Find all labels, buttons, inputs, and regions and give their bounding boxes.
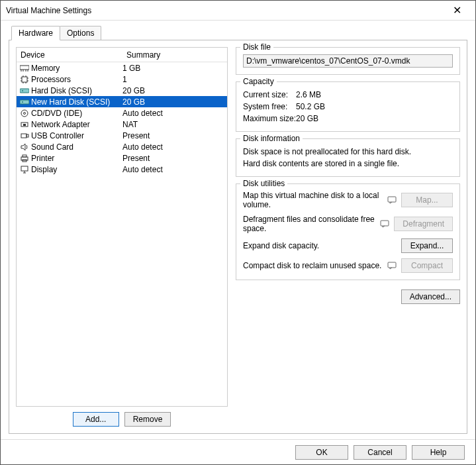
device-row-sound[interactable]: Sound Card Auto detect (17, 141, 227, 152)
right-bottom-buttons: Advanced... (236, 289, 460, 304)
svg-rect-26 (23, 155, 26, 157)
device-summary: 1 GB (122, 64, 227, 73)
defragment-button[interactable]: Defragment (394, 217, 453, 231)
device-label: Display (31, 165, 57, 174)
current-size-value: 2.6 MB (296, 89, 321, 101)
svg-point-18 (21, 110, 28, 117)
right-pane: Disk file Capacity Current size: 2.6 MB … (236, 47, 460, 427)
system-free-value: 50.2 GB (296, 101, 325, 113)
ok-button[interactable]: OK (295, 445, 348, 460)
content-area: Hardware Options Device Summary (1, 21, 475, 439)
util-defrag-row: Defragment files and consolidate free sp… (243, 215, 453, 233)
device-row-hard-disk[interactable]: Hard Disk (SCSI) 20 GB (17, 85, 227, 96)
hard-disk-icon (19, 85, 30, 96)
util-compact-row: Compact disk to reclaim unused space. Co… (243, 258, 453, 273)
util-compact-text: Compact disk to reclaim unused space. (243, 261, 383, 270)
device-row-processors[interactable]: Processors 1 (17, 74, 227, 85)
device-row-cd-dvd[interactable]: CD/DVD (IDE) Auto detect (17, 107, 227, 119)
hard-disk-icon (19, 97, 30, 107)
left-pane: Device Summary Memory 1 GB (16, 47, 228, 427)
tabs: Hardware Options (11, 26, 467, 40)
device-label: USB Controller (31, 131, 84, 140)
device-row-display[interactable]: Display Auto detect (17, 164, 227, 175)
device-list-buttons: Add... Remove (16, 412, 228, 427)
max-size-label: Maximum size: (243, 113, 296, 125)
svg-rect-14 (20, 89, 29, 93)
close-icon[interactable]: ✕ (444, 4, 470, 17)
device-label: Memory (31, 64, 60, 73)
device-summary: 20 GB (122, 86, 227, 95)
info-icon[interactable] (387, 195, 397, 205)
util-map-text: Map this virtual machine disk to a local… (243, 191, 383, 209)
device-label: Network Adapter (31, 120, 90, 129)
device-label: New Hard Disk (SCSI) (31, 97, 110, 107)
capacity-group: Capacity Current size: 2.6 MB System fre… (236, 81, 460, 132)
max-size-value: 20 GB (296, 113, 318, 125)
window-title: Virtual Machine Settings (6, 6, 444, 15)
disk-file-group: Disk file (236, 47, 460, 75)
device-row-new-hard-disk[interactable]: New Hard Disk (SCSI) 20 GB (17, 96, 227, 107)
device-row-network[interactable]: Network Adapter NAT (17, 119, 227, 130)
info-icon[interactable] (387, 261, 397, 270)
disk-info-line2: Hard disk contents are stored in a singl… (243, 158, 453, 170)
svg-rect-31 (388, 197, 396, 202)
svg-rect-32 (381, 221, 389, 226)
svg-rect-28 (21, 166, 28, 171)
disk-info-line1: Disk space is not preallocated for this … (243, 146, 453, 158)
usb-icon (19, 130, 30, 141)
header-summary[interactable]: Summary (122, 50, 227, 60)
disk-info-group: Disk information Disk space is not preal… (236, 138, 460, 177)
footer: OK Cancel Help (1, 439, 475, 464)
svg-point-15 (22, 90, 23, 91)
remove-button[interactable]: Remove (124, 412, 171, 427)
svg-rect-0 (20, 66, 29, 70)
tab-panel: Device Summary Memory 1 GB (9, 40, 467, 434)
svg-rect-16 (20, 100, 29, 104)
util-map-row: Map this virtual machine disk to a local… (243, 191, 453, 209)
device-label: Processors (31, 75, 71, 84)
display-icon (19, 164, 30, 175)
tab-options[interactable]: Options (60, 26, 101, 40)
util-expand-row: Expand disk capacity. Expand... (243, 238, 453, 253)
current-size-label: Current size: (243, 89, 296, 101)
device-label: Sound Card (31, 142, 73, 152)
device-summary: NAT (122, 120, 227, 129)
device-summary: 20 GB (122, 97, 227, 107)
disk-info-legend: Disk information (240, 134, 303, 143)
svg-rect-22 (21, 134, 26, 138)
settings-window: Virtual Machine Settings ✕ Hardware Opti… (0, 0, 476, 465)
processors-icon (19, 74, 30, 85)
svg-rect-21 (23, 124, 26, 126)
system-free-label: System free: (243, 101, 296, 113)
device-summary: Auto detect (122, 109, 227, 118)
device-row-printer[interactable]: Printer Present (17, 152, 227, 164)
printer-icon (19, 153, 30, 164)
map-button[interactable]: Map... (401, 193, 453, 207)
add-button[interactable]: Add... (73, 412, 119, 427)
compact-button[interactable]: Compact (401, 258, 453, 273)
device-list[interactable]: Device Summary Memory 1 GB (16, 47, 228, 407)
header-device[interactable]: Device (17, 50, 122, 60)
tab-hardware[interactable]: Hardware (11, 26, 60, 40)
capacity-free: System free: 50.2 GB (243, 101, 453, 113)
device-summary: Present (122, 131, 227, 140)
device-list-header: Device Summary (17, 48, 227, 62)
info-icon[interactable] (379, 219, 390, 229)
device-label: CD/DVD (IDE) (31, 109, 82, 118)
sound-icon (19, 142, 30, 152)
capacity-max: Maximum size: 20 GB (243, 113, 453, 125)
svg-point-19 (24, 112, 26, 114)
advanced-button[interactable]: Advanced... (401, 289, 460, 304)
svg-rect-33 (388, 262, 396, 268)
device-summary: 1 (122, 75, 227, 84)
device-row-usb[interactable]: USB Controller Present (17, 130, 227, 141)
disk-utilities-legend: Disk utilities (240, 179, 287, 188)
cd-dvd-icon (19, 108, 30, 119)
help-button[interactable]: Help (412, 445, 465, 460)
device-row-memory[interactable]: Memory 1 GB (17, 62, 227, 74)
disk-utilities-group: Disk utilities Map this virtual machine … (236, 183, 460, 280)
device-label: Hard Disk (SCSI) (31, 86, 92, 95)
disk-file-input[interactable] (243, 54, 453, 68)
cancel-button[interactable]: Cancel (354, 445, 406, 460)
expand-button[interactable]: Expand... (401, 238, 453, 253)
